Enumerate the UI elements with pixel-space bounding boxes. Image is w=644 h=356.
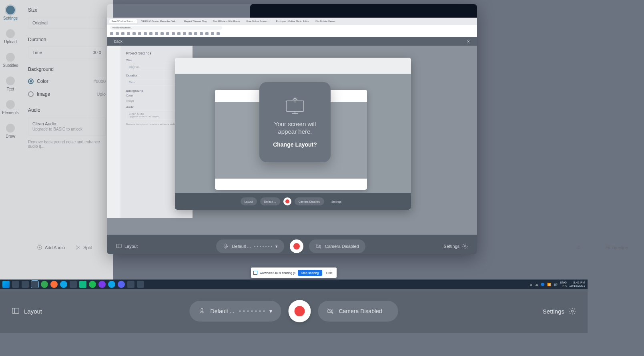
inner-camera-select[interactable]: Camera Disabled: [309, 239, 365, 253]
inner-settings-button[interactable]: Settings: [443, 243, 468, 249]
bookmark-icon[interactable]: [166, 32, 169, 35]
bookmark-icon[interactable]: [127, 32, 130, 35]
taskbar-app-icon[interactable]: [118, 281, 125, 288]
bookmark-icon[interactable]: [138, 32, 141, 35]
browser-tab[interactable]: VEED.IO Screen Recorder Onli…: [139, 19, 180, 23]
svg-point-1: [76, 246, 77, 247]
inner-layout-button[interactable]: Layout: [116, 243, 138, 249]
bookmark-icon[interactable]: [189, 32, 192, 35]
rail-item-draw[interactable]: Draw: [6, 124, 15, 139]
bookmark-icon[interactable]: [149, 32, 152, 35]
bg-option-color[interactable]: Color: [28, 76, 48, 86]
nested-mic-chip[interactable]: Default ...: [260, 197, 280, 205]
taskbar-app-icon[interactable]: [41, 281, 48, 288]
size-select[interactable]: Original: [28, 17, 106, 29]
rail-item-text[interactable]: Text: [6, 76, 15, 91]
bookmark-icon[interactable]: [132, 32, 136, 35]
bookmark-icon[interactable]: [172, 32, 175, 35]
radio-icon: [28, 91, 34, 97]
close-icon[interactable]: ✕: [467, 39, 470, 44]
browser-tab[interactable]: Free Online Screen…: [244, 19, 272, 23]
taskbar-app-icon[interactable]: [127, 281, 134, 288]
bookmark-icon[interactable]: [211, 32, 214, 35]
taskbar-app-icon[interactable]: [108, 281, 115, 288]
taskbar-app-icon[interactable]: [12, 281, 19, 288]
taskbar-app-icon[interactable]: [22, 281, 29, 288]
bookmark-icon[interactable]: [116, 32, 119, 35]
sharing-message: www.veed.io is sharing your screen.: [260, 271, 295, 275]
bookmark-icon[interactable]: [205, 32, 209, 35]
settings-button[interactable]: Settings: [543, 307, 576, 315]
back-bar: back ✕: [107, 37, 477, 46]
browser-urlbar: veed.io/workspaces/...: [107, 25, 477, 30]
nested-record-button[interactable]: [283, 197, 291, 205]
nested-camera-chip[interactable]: Camera Disabled: [295, 197, 324, 205]
mic-select[interactable]: Default ... ▾: [190, 301, 281, 322]
modal-change-layout[interactable]: Change Layout?: [273, 141, 317, 148]
duration-field[interactable]: Time 00:0: [28, 46, 106, 58]
taskbar-app-icon[interactable]: [89, 281, 96, 288]
lang-label: ES: [562, 284, 567, 288]
hide-sharing-button[interactable]: Hide: [325, 270, 334, 276]
browser-tab[interactable]: Free Window Scrns…: [109, 19, 137, 23]
nested-layout-chip[interactable]: Layout: [241, 197, 257, 205]
browser-tab[interactable]: Photopea | Online Photo Editor: [274, 19, 312, 23]
url-field[interactable]: veed.io/workspaces/...: [110, 26, 222, 30]
fit-timeline-label[interactable]: Fit Timeline: [606, 245, 628, 250]
mic-icon: [199, 308, 206, 315]
taskbar-app-icon[interactable]: [70, 281, 77, 288]
rail-label: Settings: [3, 16, 18, 20]
bookmark-icon[interactable]: [160, 32, 164, 35]
stop-sharing-button[interactable]: Stop sharing: [298, 270, 322, 276]
rail-item-upload[interactable]: Upload: [4, 29, 17, 44]
bookmark-icon[interactable]: [183, 32, 186, 35]
rail-item-subtitles[interactable]: Subtitles: [3, 53, 18, 68]
nested-settings-chip[interactable]: Settings: [327, 197, 345, 205]
system-tray[interactable]: ▲ ☁ 🔵 📶 🔊 ENG ES 8:42 PM 10/18/2021: [530, 281, 585, 288]
section-duration-label: Duration: [28, 37, 106, 42]
bookmark-icon[interactable]: [194, 32, 197, 35]
bg-option-image[interactable]: Image: [28, 89, 50, 99]
bookmark-icon[interactable]: [110, 32, 113, 35]
duration-field-label: Time: [32, 50, 42, 55]
taskbar-app-icon[interactable]: [98, 281, 106, 288]
taskbar-app-icon[interactable]: [50, 281, 58, 288]
inner-record-button[interactable]: [290, 239, 303, 253]
bookmark-icon[interactable]: [155, 32, 158, 35]
inner-mic-label: Default ...: [232, 244, 251, 249]
start-button[interactable]: [2, 281, 10, 288]
bookmark-icon[interactable]: [121, 32, 124, 35]
layout-button[interactable]: Layout: [11, 307, 42, 316]
bg-color-label: Color: [37, 78, 48, 84]
taskbar-app-icon[interactable]: [79, 281, 86, 288]
clock[interactable]: 8:42 PM 10/18/2021: [569, 281, 585, 288]
tray-icon[interactable]: 📶: [547, 283, 551, 286]
bookmark-icon[interactable]: [177, 32, 181, 35]
rail-item-settings[interactable]: Settings: [3, 6, 18, 20]
lang-label: ENG: [560, 281, 567, 284]
browser-tab[interactable]: Divi Affiliate – WordPress: [211, 19, 242, 23]
tray-icon[interactable]: ☁: [535, 283, 538, 286]
split-button[interactable]: Split: [75, 245, 92, 250]
camera-select[interactable]: Camera Disabled: [318, 301, 398, 322]
bookmark-icon[interactable]: [144, 32, 147, 35]
tray-icon[interactable]: 🔊: [554, 283, 558, 286]
browser-tab[interactable]: Divi Builder Demo: [313, 19, 337, 23]
rail-item-elements[interactable]: Elements: [2, 100, 19, 115]
bookmark-icon[interactable]: [200, 32, 203, 35]
browser-tab[interactable]: Elegant Themes Blog: [181, 19, 209, 23]
speaker-icon[interactable]: [576, 245, 582, 250]
back-button[interactable]: back: [114, 39, 122, 44]
taskbar-app-icon[interactable]: [137, 281, 144, 288]
sharing-indicator-icon: [253, 271, 257, 275]
record-button[interactable]: [288, 300, 311, 322]
taskbar-app-icon[interactable]: [31, 281, 38, 288]
inner-mic-select[interactable]: Default ... ▾: [216, 239, 284, 253]
plus-icon: [37, 245, 42, 250]
bookmark-icon[interactable]: [217, 32, 220, 35]
camera-off-icon: [315, 243, 322, 249]
add-audio-button[interactable]: Add Audio: [37, 245, 65, 250]
clean-audio-box[interactable]: Clean Audio Upgrade to BASIC to unlock: [28, 117, 106, 136]
tray-icon[interactable]: 🔵: [541, 283, 545, 286]
taskbar-app-icon[interactable]: [60, 281, 67, 288]
